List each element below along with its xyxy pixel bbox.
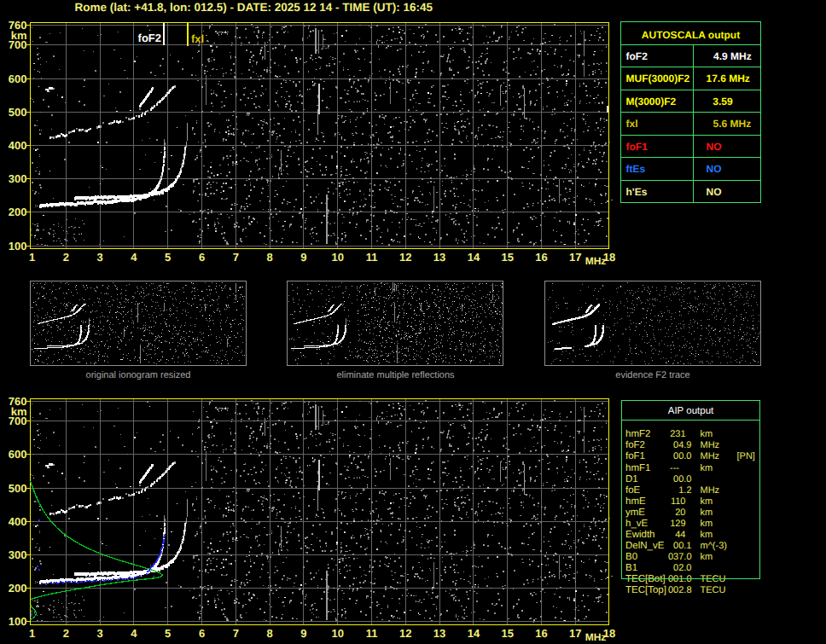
svg-text:20: 20 (675, 508, 685, 518)
svg-text:16: 16 (535, 251, 547, 264)
svg-text:00.1: 00.1 (673, 541, 691, 551)
svg-text:200: 200 (9, 206, 27, 218)
svg-text:DelN_vE: DelN_vE (625, 541, 665, 551)
svg-text:fxl: fxl (626, 118, 638, 130)
svg-text:foF2: foF2 (626, 50, 649, 62)
svg-text:km: km (701, 496, 713, 507)
svg-text:Ewidth: Ewidth (625, 530, 655, 540)
svg-text:13: 13 (433, 251, 445, 264)
svg-text:10: 10 (331, 627, 343, 640)
svg-text:eliminate multiple reflections: eliminate multiple reflections (336, 370, 455, 380)
svg-text:Rome (lat: +41.8, lon: 012.5): Rome (lat: +41.8, lon: 012.5) - DATE: 20… (75, 1, 433, 14)
svg-text:02.0: 02.0 (673, 563, 691, 573)
svg-text:8: 8 (266, 627, 272, 640)
svg-text:001.0: 001.0 (668, 574, 692, 584)
svg-text:hmE: hmE (625, 496, 646, 507)
svg-text:NO: NO (707, 163, 722, 175)
svg-text:2: 2 (63, 251, 69, 264)
svg-text:12: 12 (399, 251, 411, 264)
svg-text:km: km (701, 519, 713, 529)
svg-text:11: 11 (366, 627, 378, 640)
svg-text:NO: NO (707, 141, 722, 153)
svg-text:44: 44 (675, 530, 685, 540)
svg-text:15: 15 (501, 251, 513, 264)
svg-text:h'Es: h'Es (626, 186, 648, 198)
svg-text:600: 600 (9, 73, 27, 85)
svg-text:7: 7 (233, 251, 239, 264)
svg-text:evidence F2 trace: evidence F2 trace (615, 370, 689, 380)
svg-text:km: km (701, 530, 713, 540)
svg-text:10: 10 (331, 251, 343, 264)
svg-text:129: 129 (670, 519, 685, 529)
svg-text:100: 100 (9, 240, 27, 252)
svg-text:MHz: MHz (585, 631, 607, 643)
svg-text:MHz: MHz (585, 255, 607, 267)
svg-text:hmF2: hmF2 (625, 429, 650, 439)
svg-text:9: 9 (300, 251, 306, 264)
svg-text:[PN]: [PN] (737, 451, 755, 461)
svg-text:B0: B0 (625, 552, 637, 562)
svg-text:3: 3 (96, 627, 102, 640)
svg-text:400: 400 (9, 139, 27, 152)
svg-text:TEC[Top]: TEC[Top] (625, 585, 666, 595)
svg-text:9: 9 (300, 627, 306, 640)
svg-text:1: 1 (29, 251, 35, 264)
svg-text:3: 3 (96, 251, 102, 264)
svg-text:14: 14 (468, 627, 480, 640)
svg-text:km: km (701, 552, 713, 562)
svg-text:17.6 MHz: 17.6 MHz (707, 73, 750, 84)
svg-text:16: 16 (535, 627, 547, 640)
svg-text:4.9 MHz: 4.9 MHz (713, 50, 752, 62)
svg-text:13: 13 (433, 627, 445, 640)
svg-text:8: 8 (266, 251, 272, 264)
svg-text:B1: B1 (625, 563, 637, 573)
svg-text:12: 12 (399, 627, 411, 640)
svg-text:11: 11 (366, 251, 378, 264)
svg-text:2: 2 (63, 627, 69, 640)
svg-text:4: 4 (131, 627, 137, 640)
svg-text:km: km (11, 29, 27, 42)
svg-text:MUF(3000)F2: MUF(3000)F2 (626, 73, 690, 84)
svg-text:D1: D1 (625, 474, 638, 484)
svg-text:M(3000)F2: M(3000)F2 (626, 96, 677, 107)
svg-text:TECU: TECU (701, 574, 726, 584)
svg-text:15: 15 (501, 627, 513, 640)
svg-text:00.0: 00.0 (673, 474, 691, 484)
svg-text:1: 1 (29, 627, 35, 640)
svg-text:km: km (11, 405, 27, 418)
svg-text:km: km (701, 429, 713, 439)
svg-text:foE: foE (625, 485, 641, 496)
svg-text:---: --- (670, 463, 679, 473)
svg-text:6: 6 (199, 627, 205, 640)
svg-text:300: 300 (9, 172, 27, 185)
svg-text:AIP output: AIP output (668, 406, 714, 416)
svg-text:m^(-3): m^(-3) (701, 541, 727, 551)
svg-text:foF1: foF1 (626, 141, 649, 153)
svg-text:foF2: foF2 (138, 32, 161, 44)
svg-text:MHz: MHz (701, 451, 720, 461)
svg-text:MHz: MHz (701, 440, 720, 450)
svg-text:200: 200 (9, 582, 27, 595)
svg-text:110: 110 (671, 496, 686, 507)
svg-text:NO: NO (707, 186, 722, 198)
svg-text:500: 500 (9, 106, 27, 119)
svg-text:foF1: foF1 (625, 451, 645, 461)
svg-text:3.59: 3.59 (713, 96, 733, 107)
svg-text:500: 500 (9, 482, 27, 495)
svg-text:h_vE: h_vE (625, 519, 649, 529)
svg-text:17: 17 (569, 627, 581, 640)
svg-text:original ionogram resized: original ionogram resized (86, 370, 191, 380)
svg-text:km: km (701, 508, 713, 518)
svg-text:00.0: 00.0 (673, 451, 691, 461)
svg-text:TEC[Bot]: TEC[Bot] (625, 574, 666, 584)
svg-text:MHz: MHz (701, 485, 720, 496)
svg-text:7: 7 (233, 627, 239, 640)
svg-text:fxl: fxl (191, 32, 204, 45)
svg-text:002.8: 002.8 (668, 585, 692, 595)
svg-text:100: 100 (9, 615, 27, 628)
svg-text:037.0: 037.0 (668, 552, 692, 562)
svg-text:17: 17 (569, 251, 581, 264)
svg-text:300: 300 (9, 548, 27, 561)
svg-text:ftEs: ftEs (626, 163, 646, 175)
svg-text:TECU: TECU (701, 585, 726, 595)
